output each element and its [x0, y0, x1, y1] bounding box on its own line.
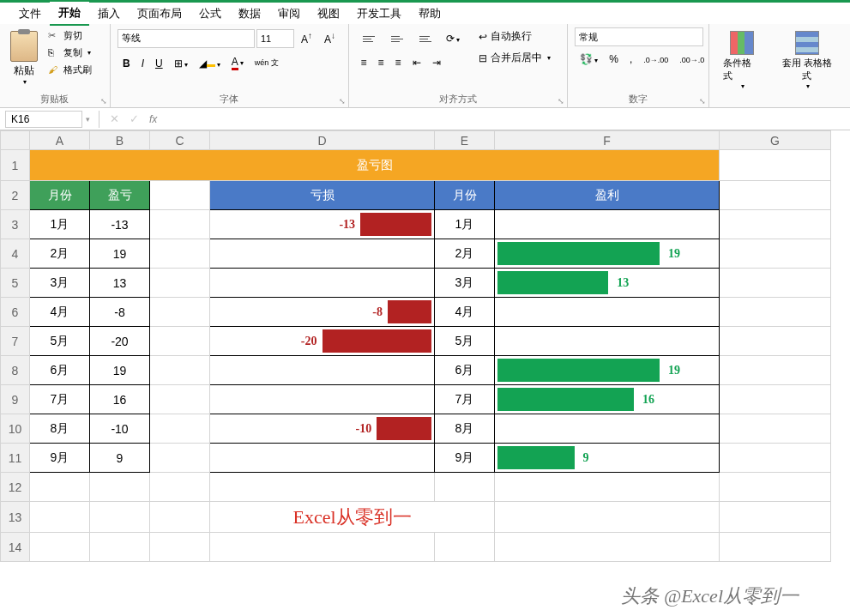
- row-header-12[interactable]: 12: [1, 473, 30, 502]
- month-cell[interactable]: 6月: [30, 356, 90, 385]
- percent-button[interactable]: %: [604, 50, 624, 69]
- chevron-down-icon[interactable]: ▾: [82, 115, 93, 124]
- comma-button[interactable]: ,: [624, 50, 637, 69]
- row-header-8[interactable]: 8: [1, 356, 30, 385]
- cell[interactable]: [495, 533, 720, 562]
- cell[interactable]: [720, 473, 831, 502]
- loss-bar-cell[interactable]: -8: [210, 298, 435, 327]
- profit-bar-cell[interactable]: 9: [495, 444, 720, 473]
- cell[interactable]: [150, 269, 210, 298]
- cell[interactable]: [90, 533, 150, 562]
- menu-item-7[interactable]: 视图: [309, 3, 348, 25]
- font-size-select[interactable]: [256, 29, 294, 48]
- col-header-C[interactable]: C: [150, 131, 210, 150]
- loss-bar-cell[interactable]: [210, 444, 435, 473]
- cell[interactable]: [30, 502, 90, 533]
- month-cell-2[interactable]: 9月: [435, 444, 495, 473]
- cell[interactable]: [720, 385, 831, 414]
- profit-bar-cell[interactable]: [495, 298, 720, 327]
- loss-bar-cell[interactable]: -20: [210, 327, 435, 356]
- month-cell-2[interactable]: 5月: [435, 327, 495, 356]
- align-left-button[interactable]: ≡: [356, 53, 372, 72]
- increase-decimal-button[interactable]: .0→.00: [638, 50, 673, 69]
- month-cell[interactable]: 8月: [30, 414, 90, 444]
- cell[interactable]: [30, 473, 90, 502]
- cell[interactable]: [720, 327, 831, 356]
- menu-item-5[interactable]: 数据: [230, 3, 269, 25]
- profit-bar-cell[interactable]: 16: [495, 385, 720, 414]
- loss-bar-cell[interactable]: [210, 385, 435, 414]
- month-cell[interactable]: 4月: [30, 298, 90, 327]
- loss-bar-cell[interactable]: [210, 356, 435, 385]
- cell[interactable]: [720, 444, 831, 473]
- cell[interactable]: [435, 473, 495, 502]
- col-header-G[interactable]: G: [720, 131, 831, 150]
- cell[interactable]: [150, 327, 210, 356]
- month-cell-2[interactable]: 1月: [435, 210, 495, 239]
- pl-cell[interactable]: 16: [90, 385, 150, 414]
- cell[interactable]: [210, 473, 435, 502]
- row-header-9[interactable]: 9: [1, 385, 30, 414]
- header-month[interactable]: 月份: [30, 181, 90, 210]
- border-button[interactable]: ⊞▾: [169, 54, 193, 73]
- confirm-formula-button[interactable]: ✓: [124, 111, 144, 127]
- cell[interactable]: [90, 473, 150, 502]
- row-header-11[interactable]: 11: [1, 444, 30, 473]
- copy-button[interactable]: ⎘复制▾: [45, 45, 95, 61]
- cell[interactable]: [720, 298, 831, 327]
- cell[interactable]: [720, 150, 831, 181]
- row-header-5[interactable]: 5: [1, 269, 30, 298]
- row-header-3[interactable]: 3: [1, 210, 30, 239]
- profit-bar-cell[interactable]: 19: [495, 239, 720, 269]
- profit-bar-cell[interactable]: [495, 327, 720, 356]
- month-cell[interactable]: 5月: [30, 327, 90, 356]
- col-header-D[interactable]: D: [210, 131, 435, 150]
- increase-font-button[interactable]: A↑: [296, 27, 317, 49]
- col-header-E[interactable]: E: [435, 131, 495, 150]
- name-box[interactable]: [5, 111, 82, 128]
- cell[interactable]: [495, 473, 720, 502]
- cell[interactable]: [720, 533, 831, 562]
- cell[interactable]: [150, 502, 210, 533]
- cell[interactable]: [720, 414, 831, 444]
- menu-item-3[interactable]: 页面布局: [129, 3, 190, 25]
- cell[interactable]: [720, 181, 831, 210]
- month-cell[interactable]: 9月: [30, 444, 90, 473]
- row-header-7[interactable]: 7: [1, 327, 30, 356]
- row-header-6[interactable]: 6: [1, 298, 30, 327]
- cell[interactable]: [150, 473, 210, 502]
- cell[interactable]: [495, 502, 720, 533]
- loss-bar-cell[interactable]: [210, 239, 435, 269]
- col-header-F[interactable]: F: [495, 131, 720, 150]
- font-color-button[interactable]: A▾: [226, 52, 249, 74]
- merge-center-button[interactable]: ⊟合并后居中▾: [475, 49, 554, 67]
- profit-bar-cell[interactable]: [495, 414, 720, 444]
- profit-bar-cell[interactable]: 19: [495, 356, 720, 385]
- pl-cell[interactable]: -8: [90, 298, 150, 327]
- header-month-2[interactable]: 月份: [435, 181, 495, 210]
- month-cell-2[interactable]: 4月: [435, 298, 495, 327]
- menu-item-2[interactable]: 插入: [89, 3, 129, 25]
- profit-bar-cell[interactable]: [495, 210, 720, 239]
- month-cell-2[interactable]: 3月: [435, 269, 495, 298]
- format-painter-button[interactable]: 🖌格式刷: [45, 62, 95, 78]
- month-cell-2[interactable]: 8月: [435, 414, 495, 444]
- watermark-cell[interactable]: Excel从零到一: [210, 502, 495, 533]
- pl-cell[interactable]: -20: [90, 327, 150, 356]
- spreadsheet-grid[interactable]: A B C D E F G 1盈亏图2月份盈亏亏损月份盈利31月-13-131月…: [0, 130, 850, 616]
- align-bottom-button[interactable]: [413, 27, 440, 50]
- conditional-formatting-button[interactable]: 条件格式▾: [716, 27, 767, 106]
- number-format-select[interactable]: [575, 27, 703, 46]
- cell[interactable]: [720, 269, 831, 298]
- cell[interactable]: [720, 239, 831, 269]
- header-profit[interactable]: 盈利: [495, 181, 720, 210]
- pl-cell[interactable]: -10: [90, 414, 150, 444]
- cell[interactable]: [720, 210, 831, 239]
- decrease-font-button[interactable]: A↓: [319, 27, 341, 49]
- cell[interactable]: [150, 385, 210, 414]
- menu-item-0[interactable]: 文件: [10, 3, 50, 25]
- bold-button[interactable]: B: [118, 54, 136, 73]
- col-header-B[interactable]: B: [90, 131, 150, 150]
- menu-item-9[interactable]: 帮助: [410, 3, 449, 25]
- pl-cell[interactable]: 9: [90, 444, 150, 473]
